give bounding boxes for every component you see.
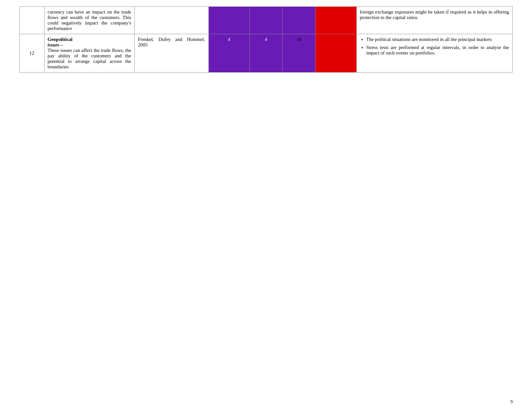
list-item: The political situations are monitored i… bbox=[366, 37, 509, 42]
col-red-val bbox=[315, 34, 357, 73]
page: currency can have an impact on the trade… bbox=[0, 0, 532, 411]
col-purple1-val: 4 bbox=[208, 34, 250, 73]
col-purple2 bbox=[250, 7, 283, 34]
col-purple2-val: 4 bbox=[250, 34, 283, 73]
mitigation-text: foreign exchange exposures might be take… bbox=[360, 9, 509, 20]
page-number: 9 bbox=[510, 399, 513, 405]
risk-cell: currency can have an impact on the trade… bbox=[44, 7, 135, 34]
list-item: Stress tests are performed at regular in… bbox=[366, 45, 509, 56]
authors-cell: Frenkel, Dufey and Hommel. 2005 bbox=[135, 34, 209, 73]
risk-cell: Geopolitical issues – These issues can a… bbox=[44, 34, 135, 73]
risk-dash: issues – bbox=[48, 42, 131, 48]
col-red bbox=[315, 7, 357, 34]
authors-text: Frenkel, Dufey and Hommel. 2005 bbox=[138, 37, 205, 47]
row-number bbox=[20, 7, 44, 34]
col-purple3-val: 16 bbox=[283, 34, 315, 73]
col-purple3 bbox=[283, 7, 315, 34]
table-row: currency can have an impact on the trade… bbox=[20, 7, 513, 34]
row-number: 12 bbox=[20, 34, 44, 73]
risk-body: These issues can affect the trade flows,… bbox=[48, 48, 131, 70]
risk-label: Geopolitical bbox=[48, 37, 131, 42]
mitigation-cell: The political situations are monitored i… bbox=[356, 34, 513, 73]
main-table: currency can have an impact on the trade… bbox=[19, 6, 513, 73]
col-purple1 bbox=[208, 7, 250, 34]
table-row: 12 Geopolitical issues – These issues ca… bbox=[20, 34, 513, 73]
mitigation-cell: foreign exchange exposures might be take… bbox=[356, 7, 513, 34]
mitigation-list: The political situations are monitored i… bbox=[360, 37, 509, 56]
authors-cell bbox=[135, 7, 209, 34]
risk-text: currency can have an impact on the trade… bbox=[48, 9, 131, 31]
